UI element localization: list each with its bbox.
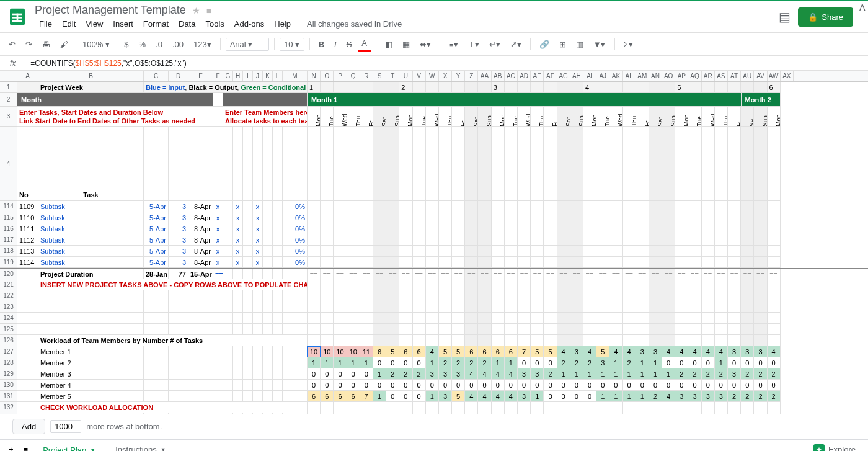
percent-icon[interactable]: %	[135, 37, 149, 51]
cell[interactable]	[321, 402, 334, 413]
cell[interactable]	[360, 313, 373, 324]
cell[interactable]: 1	[373, 391, 386, 402]
cell[interactable]: 1	[609, 391, 622, 402]
cell[interactable]	[426, 313, 439, 324]
cell[interactable]	[373, 201, 386, 212]
cell[interactable]	[308, 290, 321, 301]
cell[interactable]	[233, 357, 243, 368]
cell[interactable]	[308, 324, 321, 335]
cell[interactable]	[38, 313, 144, 324]
cell[interactable]	[649, 246, 662, 257]
cell[interactable]	[223, 380, 233, 391]
cell[interactable]	[17, 402, 38, 413]
cell[interactable]	[347, 279, 360, 290]
cell[interactable]	[754, 313, 767, 324]
col-header[interactable]: J	[253, 71, 263, 81]
row-header[interactable]: 121	[0, 279, 17, 290]
fill-color-icon[interactable]: ◧	[381, 37, 396, 51]
col-header[interactable]: M	[283, 71, 308, 81]
cell[interactable]	[17, 324, 38, 335]
cell[interactable]: 0	[688, 357, 701, 368]
cell[interactable]	[386, 212, 399, 223]
cell[interactable]	[347, 212, 360, 223]
cell[interactable]	[583, 257, 596, 268]
cell[interactable]	[609, 223, 622, 234]
formula-input[interactable]: =COUNTIFS($H$5:$H$125,"x",O$5:O$125,"x")	[25, 59, 868, 68]
col-header[interactable]: AX	[781, 71, 794, 81]
cell[interactable]: 28-Jan	[144, 269, 169, 279]
cell[interactable]: 0	[768, 357, 781, 368]
cell[interactable]: 2-Mar-19	[741, 127, 754, 201]
cell[interactable]	[334, 335, 347, 346]
col-header[interactable]: AK	[609, 71, 622, 81]
cell[interactable]	[373, 234, 386, 246]
cell[interactable]	[17, 301, 38, 313]
cell[interactable]	[413, 324, 426, 335]
cell[interactable]	[273, 368, 283, 380]
cell[interactable]: Subtask	[38, 212, 144, 223]
col-header[interactable]: AG	[557, 71, 570, 81]
cell[interactable]	[213, 93, 223, 107]
cell[interactable]	[531, 234, 544, 246]
cell[interactable]	[768, 212, 781, 223]
cell[interactable]	[465, 201, 478, 212]
cell[interactable]: 2	[754, 391, 767, 402]
col-header[interactable]: L	[273, 71, 283, 81]
cell[interactable]: 0	[754, 357, 767, 368]
cell[interactable]: ==	[347, 269, 360, 279]
cell[interactable]	[662, 324, 675, 335]
cell[interactable]	[728, 246, 741, 257]
wrap-icon[interactable]: ↵▾	[485, 37, 504, 51]
cell[interactable]	[544, 201, 557, 212]
cell[interactable]	[623, 234, 636, 246]
cell[interactable]	[583, 234, 596, 246]
cell[interactable]: ==	[413, 269, 426, 279]
cell[interactable]: 28-Feb-19	[715, 127, 728, 201]
cell[interactable]	[360, 234, 373, 246]
cell[interactable]	[452, 234, 465, 246]
cell[interactable]	[413, 201, 426, 212]
cell[interactable]	[426, 279, 439, 290]
cell[interactable]: 6	[308, 391, 321, 402]
cell[interactable]: x	[253, 212, 263, 223]
cell[interactable]: ==	[662, 269, 675, 279]
cell[interactable]: 0	[728, 380, 741, 391]
row-header[interactable]: 119	[0, 257, 17, 268]
cell[interactable]	[273, 324, 283, 335]
cell[interactable]: 0	[583, 391, 596, 402]
cell[interactable]	[223, 223, 233, 234]
cell[interactable]: 4	[609, 346, 622, 357]
cell[interactable]	[273, 346, 283, 357]
cell[interactable]	[223, 246, 233, 257]
cell[interactable]	[518, 313, 531, 324]
cell[interactable]	[283, 313, 308, 324]
cell[interactable]	[452, 402, 465, 413]
cell[interactable]: Sat	[373, 107, 386, 127]
cell[interactable]	[144, 301, 169, 313]
cell[interactable]	[662, 257, 675, 268]
cell[interactable]: 4	[465, 368, 478, 380]
cell[interactable]	[570, 223, 583, 234]
cell[interactable]: Month	[17, 93, 213, 107]
redo-icon[interactable]: ↷	[22, 37, 36, 51]
cell[interactable]: 6	[505, 346, 518, 357]
cell[interactable]	[662, 82, 675, 93]
cell[interactable]	[233, 290, 243, 301]
cell[interactable]: 0	[452, 380, 465, 391]
cell[interactable]	[188, 346, 213, 357]
cell[interactable]	[188, 380, 213, 391]
cell[interactable]	[741, 257, 754, 268]
cell[interactable]	[518, 201, 531, 212]
cell[interactable]: 0	[741, 357, 754, 368]
cell[interactable]	[144, 380, 169, 391]
cell[interactable]	[623, 335, 636, 346]
cell[interactable]	[321, 82, 334, 93]
cell[interactable]	[213, 368, 223, 380]
cell[interactable]	[675, 324, 688, 335]
cell[interactable]	[334, 82, 347, 93]
cell[interactable]: 3	[426, 368, 439, 380]
col-header[interactable]: T	[386, 71, 399, 81]
cell[interactable]: 3	[518, 368, 531, 380]
cell[interactable]	[492, 223, 505, 234]
cell[interactable]	[596, 335, 609, 346]
